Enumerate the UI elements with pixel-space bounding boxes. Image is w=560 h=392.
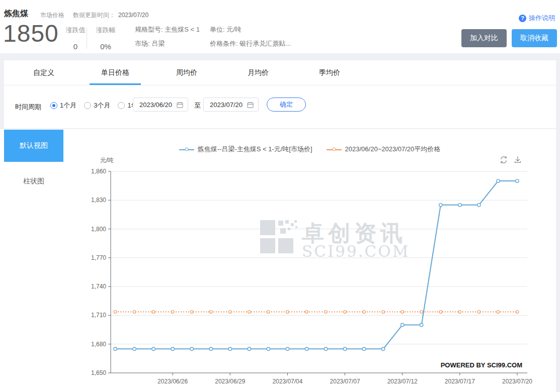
spec-model: 规格型号: 主焦煤S < 1 <box>135 26 200 34</box>
download-icon[interactable] <box>513 155 522 164</box>
svg-text:POWERED BY SCI99.COM: POWERED BY SCI99.COM <box>441 361 522 369</box>
svg-text:1,680: 1,680 <box>91 341 106 348</box>
spec-column-1: 规格型号: 主焦煤S < 1 市场: 吕梁 <box>135 26 200 48</box>
date-to-value: 2023/07/20 <box>210 101 243 109</box>
svg-text:1,860: 1,860 <box>91 168 106 175</box>
calendar-icon <box>177 102 183 108</box>
spec-market: 市场: 吕梁 <box>135 40 200 48</box>
svg-text:2023/07/20: 2023/07/20 <box>502 378 532 385</box>
spec-condition: 价格条件: 银行承兑汇票贴... <box>210 40 291 48</box>
legend-label-market-price: 炼焦煤--吕梁-主焦煤S < 1-元/吨[市场价] <box>198 145 312 154</box>
change-value-block: 涨跌值 0 <box>63 26 88 51</box>
question-icon: ? <box>519 15 526 22</box>
current-price: 1850 <box>3 20 59 47</box>
change-value: 0 <box>63 42 88 51</box>
update-time-label: 数据更新时间： <box>73 12 115 19</box>
period-label: 时间周期 <box>15 103 41 112</box>
svg-text:1,800: 1,800 <box>91 226 106 233</box>
change-pct-value: 0% <box>93 42 119 51</box>
date-from-value: 2023/06/20 <box>139 101 172 109</box>
refresh-icon[interactable] <box>499 155 508 164</box>
line-marker-icon <box>179 147 194 152</box>
svg-text:1,710: 1,710 <box>91 312 106 319</box>
date-range-to-label: 至 <box>194 101 201 110</box>
chart-card: 默认视图 柱状图 1,6501,6801,7101,7401,7701,8001… <box>0 129 556 392</box>
chart-legend: 炼焦煤--吕梁-主焦煤S < 1-元/吨[市场价] 2023/06/20~202… <box>63 145 556 154</box>
svg-text:2023/07/04: 2023/07/04 <box>272 378 302 385</box>
svg-text:1,770: 1,770 <box>91 254 106 261</box>
date-to-input[interactable]: 2023/07/20 <box>203 97 259 112</box>
tab-weekly-avg[interactable]: 周均价 <box>151 60 222 85</box>
svg-text:2023/07/12: 2023/07/12 <box>387 378 418 385</box>
legend-item-market-price[interactable]: 炼焦煤--吕梁-主焦煤S < 1-元/吨[市场价] <box>179 145 312 154</box>
tabs-filter-card: 自定义 单日价格 周均价 月均价 季均价 时间周期 1个月 3个月 1年 202… <box>4 60 556 128</box>
update-time-value: 2023/07/20 <box>118 12 148 19</box>
filter-row: 时间周期 1个月 3个月 1年 2023/06/20 <box>4 85 556 128</box>
update-time: 数据更新时间：2023/07/20 <box>73 11 148 20</box>
header: 炼焦煤 市场价格 数据更新时间：2023/07/20 1850 涨跌值 0 涨跌… <box>0 0 560 53</box>
confirm-button[interactable]: 确定 <box>267 97 306 112</box>
svg-text:1,830: 1,830 <box>91 197 106 204</box>
svg-text:2023/06/29: 2023/06/29 <box>215 378 245 385</box>
radio-3-month-label: 3个月 <box>94 101 110 110</box>
svg-text:1,740: 1,740 <box>91 283 106 290</box>
radio-dot-icon <box>84 102 91 109</box>
radio-3-month[interactable]: 3个月 <box>84 101 110 110</box>
radio-1-month-label: 1个月 <box>60 101 76 110</box>
svg-text:SCI99.COM: SCI99.COM <box>302 242 410 260</box>
change-value-label: 涨跌值 <box>63 26 88 35</box>
svg-text:2023/06/26: 2023/06/26 <box>157 378 188 385</box>
tab-monthly-avg[interactable]: 月均价 <box>222 60 294 85</box>
divider <box>87 28 87 49</box>
watermark: 卓创资讯SCI99.COM <box>260 220 410 260</box>
radio-1-month[interactable]: 1个月 <box>50 101 76 110</box>
svg-text:2023/07/17: 2023/07/17 <box>445 378 475 385</box>
svg-text:元/吨: 元/吨 <box>100 157 114 164</box>
svg-text:1,650: 1,650 <box>91 369 106 376</box>
radio-dot-icon <box>118 102 125 109</box>
spec-column-2: 单位: 元/吨 价格条件: 银行承兑汇票贴... <box>210 26 291 48</box>
chart-toolbar <box>499 155 522 164</box>
add-compare-button[interactable]: 加入对比 <box>461 29 507 47</box>
date-from-input[interactable]: 2023/06/20 <box>133 97 188 112</box>
price-chart: 1,6501,6801,7101,7401,7701,8001,8301,860… <box>0 129 556 392</box>
legend-item-average-price[interactable]: 2023/06/20~2023/07/20平均价格 <box>327 145 441 154</box>
tab-custom[interactable]: 自定义 <box>8 60 79 85</box>
line-marker-icon <box>327 147 342 152</box>
svg-text:2023/07/07: 2023/07/07 <box>330 378 360 385</box>
tab-daily-price[interactable]: 单日价格 <box>79 60 151 85</box>
legend-label-average-price: 2023/06/20~2023/07/20平均价格 <box>345 145 441 154</box>
unfavorite-button[interactable]: 取消收藏 <box>512 29 557 47</box>
tab-quarterly-avg[interactable]: 季均价 <box>294 60 365 85</box>
period-radio-group: 1个月 3个月 1年 <box>50 101 138 110</box>
svg-text:卓创资讯: 卓创资讯 <box>301 221 407 245</box>
price-type-label: 市场价格 <box>40 11 64 20</box>
change-pct-label: 涨跌幅 <box>93 26 119 35</box>
calendar-icon <box>247 102 254 108</box>
tab-bar: 自定义 单日价格 周均价 月均价 季均价 <box>4 60 556 85</box>
radio-dot-icon <box>50 102 57 109</box>
change-pct-block: 涨跌幅 0% <box>93 26 119 51</box>
page-title: 炼焦煤 <box>4 9 28 19</box>
spec-unit: 单位: 元/吨 <box>210 26 291 34</box>
help-label: 操作说明 <box>529 14 555 23</box>
help-link[interactable]: ? 操作说明 <box>519 14 555 23</box>
